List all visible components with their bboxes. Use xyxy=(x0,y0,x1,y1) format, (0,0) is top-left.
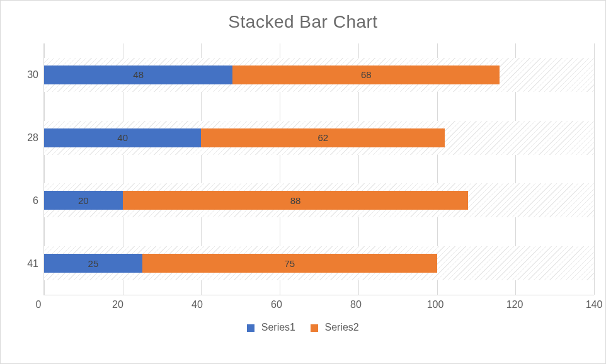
x-tick-label: 40 xyxy=(192,299,203,310)
plot-area-wrap: 30 28 6 41 4868406220882575 xyxy=(12,43,594,295)
legend: Series1 Series2 xyxy=(12,322,594,333)
plot-area: 4868406220882575 xyxy=(43,43,594,295)
bar-segment-series2: 88 xyxy=(123,191,469,210)
y-tick-label: 6 xyxy=(12,195,38,207)
y-tick-label: 30 xyxy=(12,69,38,81)
bar-row: 2088 xyxy=(44,191,468,210)
data-label: 48 xyxy=(133,69,144,80)
x-tick-label: 0 xyxy=(36,299,42,310)
chart-title: Stacked Bar Chart xyxy=(12,12,594,32)
legend-label: Series1 xyxy=(261,322,295,333)
x-tick-label: 140 xyxy=(586,299,603,310)
bar-segment-series1: 20 xyxy=(44,191,123,210)
legend-label: Series2 xyxy=(324,322,358,333)
data-label: 88 xyxy=(290,195,301,206)
legend-swatch-series2 xyxy=(311,324,318,332)
x-tick-label: 20 xyxy=(112,299,123,310)
data-label: 25 xyxy=(88,258,99,269)
legend-item-series2: Series2 xyxy=(311,322,359,333)
data-label: 75 xyxy=(284,258,295,269)
data-label: 40 xyxy=(117,132,128,143)
bar-row: 4868 xyxy=(44,65,500,84)
data-label: 62 xyxy=(317,132,328,143)
legend-swatch-series1 xyxy=(247,324,254,332)
chart-frame: Stacked Bar Chart 30 28 6 41 48684062208… xyxy=(0,0,606,364)
data-label: 68 xyxy=(361,69,372,80)
x-tick-label: 60 xyxy=(271,299,282,310)
bar-row: 4062 xyxy=(44,128,445,147)
bar-segment-series1: 40 xyxy=(44,128,201,147)
bar-segment-series1: 48 xyxy=(44,65,232,84)
legend-item-series1: Series1 xyxy=(247,322,295,333)
gridline xyxy=(594,43,595,295)
bar-segment-series2: 75 xyxy=(142,254,437,273)
bar-segment-series1: 25 xyxy=(44,254,142,273)
y-axis-labels: 30 28 6 41 xyxy=(12,43,43,295)
x-tick-label: 120 xyxy=(506,299,523,310)
bar-segment-series2: 62 xyxy=(201,128,445,147)
bar-segment-series2: 68 xyxy=(232,65,500,84)
y-tick-label: 28 xyxy=(12,132,38,144)
x-tick-label: 100 xyxy=(427,299,444,310)
x-tick-label: 80 xyxy=(350,299,362,310)
data-label: 20 xyxy=(78,195,89,206)
y-tick-label: 41 xyxy=(12,258,38,270)
x-axis-labels: 020406080100120140 xyxy=(38,299,594,313)
bar-row: 2575 xyxy=(44,254,437,273)
